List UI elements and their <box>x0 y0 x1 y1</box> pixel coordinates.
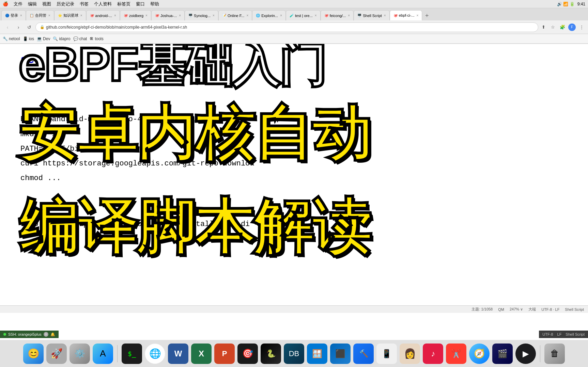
dock-terminal[interactable]: $_ <box>122 344 142 364</box>
bookmark-icon: 🔍 <box>53 36 58 41</box>
menu-bookmarks[interactable]: 书签 <box>80 1 89 7</box>
dock-lady-ada[interactable]: 👩 <box>400 344 420 364</box>
dock-pycharm[interactable]: 🐍 <box>261 344 281 364</box>
tab-zoidberg[interactable]: 🐙 zoidberg × <box>120 10 151 20</box>
tab-favicon: 🔵 <box>5 14 9 17</box>
code-line-curl: curl https://storage.googleapis.com/git-… <box>20 158 568 170</box>
tab-close[interactable]: × <box>20 14 22 17</box>
code-line-path: PATH=$HOME/bin:$PATH <box>20 143 568 155</box>
tab-label: zoidberg <box>129 14 143 18</box>
dock-word[interactable]: W <box>168 344 188 364</box>
tab-close[interactable]: × <box>280 14 282 17</box>
chevron-down-icon: ∨ <box>520 307 523 311</box>
menu-help[interactable]: 帮助 <box>150 1 159 7</box>
dock-vscode[interactable]: ⬛ <box>330 344 351 364</box>
menu-history[interactable]: 历史记录 <box>57 1 74 7</box>
dock-imovie[interactable]: 🎬 <box>492 344 513 364</box>
forward-button[interactable]: › <box>14 22 23 32</box>
dock-ppt[interactable]: P <box>214 344 235 364</box>
bookmark-netool[interactable]: 🔧 netool <box>3 36 20 41</box>
tab-android[interactable]: 🐙 android-... × <box>86 10 120 20</box>
dock-datagrip[interactable]: DB <box>284 344 304 364</box>
dock-scissors-app[interactable]: ✂️ <box>446 344 466 364</box>
menu-icon[interactable]: ⋮ <box>578 23 585 31</box>
tab-zhishixingqiu[interactable]: ⭐ 知识星球 × <box>54 10 86 20</box>
dock-quicktime[interactable]: ▶ <box>515 344 536 364</box>
dock-windows-app[interactable]: 🪟 <box>307 344 327 364</box>
tab-feicong[interactable]: 🐙 feicong/... × <box>321 10 354 20</box>
tab-joshua[interactable]: 🐙 Joshua-... × <box>151 10 185 20</box>
tab-favicon: ⭐ <box>58 14 62 17</box>
tab-login[interactable]: 🔵 登录 × <box>1 10 26 20</box>
bookmark-chat[interactable]: 💬 chat <box>73 36 87 41</box>
dock-instruments[interactable]: 🎯 <box>237 344 258 364</box>
address-bar[interactable]: 🔒 github.com/feicong/ebpf-ci-demo/blob/m… <box>35 22 538 32</box>
content-area: set BRANCH=android-msm-bonito-4.9-androi… <box>0 44 588 323</box>
tab-online[interactable]: 📝 Online F... × <box>218 10 252 20</box>
menu-tabs[interactable]: 标签页 <box>117 1 130 7</box>
dock-appstore[interactable]: A <box>93 344 113 364</box>
dock-chrome[interactable]: 🌐 <box>145 344 165 364</box>
tab-close[interactable]: × <box>417 14 419 17</box>
tab-close[interactable]: × <box>48 14 50 17</box>
ssh-label: SSH: orangepi5plus <box>8 332 42 336</box>
tab-label: Online F... <box>228 14 245 18</box>
bottom-indicators: UTF-8 LF Shell Script <box>539 331 588 338</box>
dock-finder[interactable]: 😊 <box>23 344 44 364</box>
bookmark-label: chat <box>79 36 87 41</box>
tab-label: 合同管 <box>35 13 46 18</box>
tab-test[interactable]: 🧪 test | ore... × <box>286 10 321 20</box>
back-button[interactable]: ‹ <box>3 22 12 32</box>
dock-system-prefs[interactable]: ⚙️ <box>69 344 90 364</box>
mac-dock: 😊 🚀 ⚙️ A $_ 🌐 W X P 🎯 🐍 DB 🪟 ⬛ 🔨 📱 <box>0 340 588 367</box>
tab-favicon: 🐙 <box>155 14 159 17</box>
tab-close[interactable]: × <box>114 14 116 17</box>
tab-close[interactable]: × <box>80 14 82 17</box>
dock-safari[interactable]: 🧭 <box>469 344 490 364</box>
tab-exploring[interactable]: 🌐 Explorin... × <box>252 10 286 20</box>
bookmark-dev[interactable]: 💻 Dev <box>37 36 50 41</box>
tab-shell[interactable]: 🖥️ Shell Script × <box>354 10 389 20</box>
tab-label: 知识星球 <box>63 13 78 18</box>
menu-window[interactable]: 窗口 <box>136 1 145 7</box>
tab-label: ebpf-ci-... <box>399 13 415 17</box>
bookmark-idapro[interactable]: 🔍 idapro <box>53 36 70 41</box>
menu-profile[interactable]: 个人资料 <box>94 1 112 7</box>
bookmark-icon[interactable]: ☆ <box>549 23 557 31</box>
bookmark-tools[interactable]: 🛠 tools <box>90 36 103 41</box>
dock-app-tester[interactable]: 📱 <box>376 344 397 364</box>
dock-launchpad[interactable]: 🚀 <box>46 344 67 364</box>
dock-excel[interactable]: X <box>191 344 212 364</box>
tab-label: Joshua-... <box>160 14 177 18</box>
tab-bar: 🔵 登录 × 📋 合同管 × ⭐ 知识星球 × 🐙 android-... × … <box>0 8 588 20</box>
line-ending-indicator: LF <box>557 332 562 336</box>
refresh-button[interactable]: ↺ <box>25 22 34 32</box>
bookmark-ios[interactable]: 📱 ios <box>23 36 34 41</box>
clock: 9:41 <box>577 2 585 6</box>
status-qm: QM <box>498 307 504 312</box>
menu-edit[interactable]: 编辑 <box>28 1 37 7</box>
dock-trash[interactable]: 🗑 <box>544 344 565 364</box>
apple-menu[interactable]: 🍎 <box>3 1 8 6</box>
avatar-icon[interactable]: F <box>568 23 576 31</box>
tab-synology[interactable]: 🖥️ Synolog... × <box>185 10 218 20</box>
tab-ebpf-active[interactable]: 🐙 ebpf-ci-... × <box>390 10 422 20</box>
tab-close[interactable]: × <box>145 14 148 17</box>
tab-close[interactable]: × <box>213 14 215 17</box>
tab-close[interactable]: × <box>246 14 248 17</box>
tab-close[interactable]: × <box>315 14 317 17</box>
dock-xcode[interactable]: 🔨 <box>353 344 374 364</box>
tab-contract[interactable]: 📋 合同管 × <box>26 10 54 20</box>
extension-icon[interactable]: 🧩 <box>559 23 566 31</box>
code-line-branch: BRANCH=android-msm-bonito-4.9-android11 <box>20 113 568 125</box>
encoding-indicator: UTF-8 <box>542 332 553 336</box>
share-icon[interactable]: ⬆ <box>540 23 547 31</box>
menu-file[interactable]: 文件 <box>14 1 22 7</box>
tab-close[interactable]: × <box>179 14 181 17</box>
menu-view[interactable]: 视图 <box>42 1 51 7</box>
tab-close[interactable]: × <box>348 14 350 17</box>
tab-close[interactable]: × <box>384 14 386 17</box>
dock-divider-2 <box>540 345 540 362</box>
dock-scrobbler[interactable]: ♪ <box>423 344 443 364</box>
new-tab-button[interactable]: + <box>422 11 432 20</box>
